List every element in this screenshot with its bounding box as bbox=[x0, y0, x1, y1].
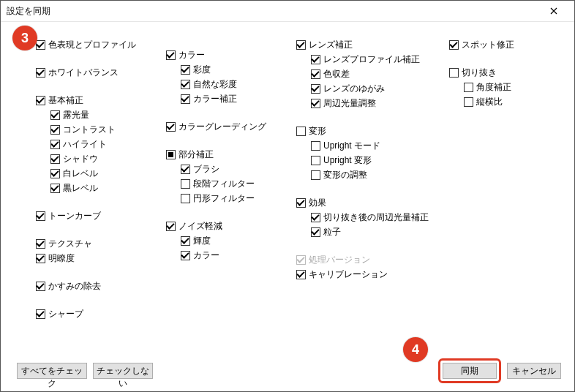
label-black-level: 黒レベル bbox=[63, 182, 98, 194]
checkbox-dehaze[interactable] bbox=[36, 282, 45, 291]
checkbox-color-correction[interactable] bbox=[181, 94, 190, 104]
label-upright-mode: Upright モード bbox=[323, 140, 380, 151]
checkbox-upright-mode[interactable] bbox=[311, 141, 320, 151]
sync-settings-dialog: 設定を同期 3 色表現とプロファイル ホワイトバランス 基本補正 露光量 コント… bbox=[0, 0, 575, 392]
checkbox-crop[interactable] bbox=[449, 68, 459, 78]
label-luminance: 輝度 bbox=[193, 235, 211, 246]
label-vignette: 周辺光量調整 bbox=[323, 97, 376, 109]
column-2: カラー 彩度 自然な彩度 カラー補正 カラーグレーディング 部分補正 ブラシ 段… bbox=[166, 36, 276, 323]
check-none-button[interactable]: チェックしない bbox=[93, 363, 153, 379]
label-saturation: 彩度 bbox=[193, 64, 211, 75]
label-distortion: レンズのゆがみ bbox=[323, 83, 385, 94]
column-1: 色表現とプロファイル ホワイトバランス 基本補正 露光量 コントラスト ハイライ… bbox=[36, 36, 146, 323]
label-process-version: 処理バージョン bbox=[309, 254, 370, 265]
checkbox-white-balance[interactable] bbox=[36, 68, 45, 78]
label-shadow: シャドウ bbox=[63, 153, 98, 165]
label-crop: 切り抜き bbox=[462, 67, 497, 78]
label-local: 部分補正 bbox=[178, 148, 214, 160]
label-lens: レンズ補正 bbox=[309, 39, 353, 50]
checkbox-highlight[interactable] bbox=[50, 140, 60, 149]
label-radial-filter: 円形フィルター bbox=[193, 192, 255, 204]
label-grain: 粒子 bbox=[323, 226, 341, 238]
checkbox-transform[interactable] bbox=[296, 127, 306, 136]
label-transform: 変形 bbox=[309, 125, 326, 137]
checkbox-saturation[interactable] bbox=[181, 65, 190, 75]
checkbox-color[interactable] bbox=[166, 50, 176, 60]
checkbox-vignette[interactable] bbox=[311, 99, 320, 108]
checkbox-clarity[interactable] bbox=[36, 254, 45, 263]
footer: すべてをチェック チェックしない 同期 キャンセル bbox=[1, 350, 574, 391]
label-tone-curve: トーンカーブ bbox=[48, 210, 101, 222]
label-brush: ブラシ bbox=[193, 163, 219, 175]
label-calibration: キャリブレーション bbox=[309, 268, 388, 280]
column-4: スポット修正 切り抜き 角度補正 縦横比 bbox=[449, 36, 544, 323]
checkbox-color-noise[interactable] bbox=[181, 251, 190, 260]
label-angle: 角度補正 bbox=[476, 81, 511, 93]
checkbox-angle[interactable] bbox=[464, 83, 473, 92]
label-chroma: 色収差 bbox=[323, 68, 350, 80]
label-clarity: 明瞭度 bbox=[48, 252, 75, 264]
checkbox-post-crop-vignette[interactable] bbox=[311, 213, 320, 222]
checkbox-transform-adjust[interactable] bbox=[311, 170, 320, 180]
content-area: 色表現とプロファイル ホワイトバランス 基本補正 露光量 コントラスト ハイライ… bbox=[1, 21, 574, 347]
checkbox-radial-filter[interactable] bbox=[181, 194, 190, 203]
checkbox-upright-transform[interactable] bbox=[311, 156, 320, 165]
label-color-profile: 色表現とプロファイル bbox=[48, 39, 136, 50]
checkbox-local[interactable] bbox=[166, 150, 176, 159]
checkbox-black-level[interactable] bbox=[50, 184, 60, 193]
cancel-button[interactable]: キャンセル bbox=[507, 363, 561, 379]
checkbox-vibrance[interactable] bbox=[181, 80, 190, 89]
label-white-level: 白レベル bbox=[63, 167, 98, 179]
label-upright-transform: Upright 変形 bbox=[323, 154, 372, 166]
label-contrast: コントラスト bbox=[63, 124, 116, 135]
label-color-correction: カラー補正 bbox=[193, 93, 237, 105]
label-color: カラー bbox=[178, 49, 205, 61]
label-white-balance: ホワイトバランス bbox=[48, 67, 119, 78]
sync-button[interactable]: 同期 bbox=[443, 363, 497, 379]
checkbox-exposure[interactable] bbox=[50, 110, 60, 120]
checkbox-spot[interactable] bbox=[449, 40, 459, 50]
label-lens-profile: レンズプロファイル補正 bbox=[323, 53, 420, 65]
checkbox-chroma[interactable] bbox=[311, 69, 320, 79]
label-texture: テクスチャ bbox=[48, 238, 92, 249]
checkbox-grad-filter[interactable] bbox=[181, 179, 190, 189]
label-post-crop-vignette: 切り抜き後の周辺光量補正 bbox=[323, 211, 429, 223]
checkbox-lens-profile[interactable] bbox=[311, 55, 320, 64]
label-dehaze: かすみの除去 bbox=[48, 280, 101, 292]
label-effects: 効果 bbox=[309, 197, 326, 208]
label-color-grading: カラーグレーディング bbox=[178, 121, 266, 132]
checkbox-aspect[interactable] bbox=[464, 97, 473, 107]
checkbox-shadow[interactable] bbox=[50, 154, 60, 164]
checkbox-basic[interactable] bbox=[36, 96, 45, 105]
label-vibrance: 自然な彩度 bbox=[193, 78, 237, 90]
checkbox-contrast[interactable] bbox=[50, 125, 60, 135]
checkbox-brush[interactable] bbox=[181, 165, 190, 174]
label-grad-filter: 段階フィルター bbox=[193, 178, 255, 189]
checkbox-color-grading[interactable] bbox=[166, 122, 176, 132]
titlebar: 設定を同期 bbox=[1, 1, 574, 22]
annotation-badge-4: 4 bbox=[403, 337, 428, 362]
close-button[interactable] bbox=[539, 1, 568, 21]
checkbox-noise[interactable] bbox=[166, 222, 176, 231]
label-exposure: 露光量 bbox=[63, 109, 89, 121]
annotation-badge-3: 3 bbox=[12, 26, 37, 50]
label-noise: ノイズ軽減 bbox=[178, 220, 222, 232]
label-aspect: 縦横比 bbox=[476, 96, 503, 108]
checkbox-texture[interactable] bbox=[36, 239, 45, 249]
checkbox-white-level[interactable] bbox=[50, 169, 60, 178]
checkbox-tone-curve[interactable] bbox=[36, 211, 45, 221]
label-transform-adjust: 変形の調整 bbox=[323, 169, 367, 181]
checkbox-effects[interactable] bbox=[296, 198, 306, 208]
window-title: 設定を同期 bbox=[7, 5, 50, 18]
checkbox-color-profile[interactable] bbox=[36, 40, 45, 50]
checkbox-lens[interactable] bbox=[296, 40, 306, 50]
checkbox-sharp[interactable] bbox=[36, 309, 45, 319]
checkbox-distortion[interactable] bbox=[311, 84, 320, 94]
checkbox-luminance[interactable] bbox=[181, 236, 190, 246]
label-spot: スポット修正 bbox=[462, 39, 514, 50]
checkbox-calibration[interactable] bbox=[296, 270, 306, 279]
checkbox-grain[interactable] bbox=[311, 227, 320, 237]
check-all-button[interactable]: すべてをチェック bbox=[17, 363, 87, 379]
checkbox-process-version bbox=[296, 255, 306, 265]
label-basic: 基本補正 bbox=[48, 94, 83, 106]
